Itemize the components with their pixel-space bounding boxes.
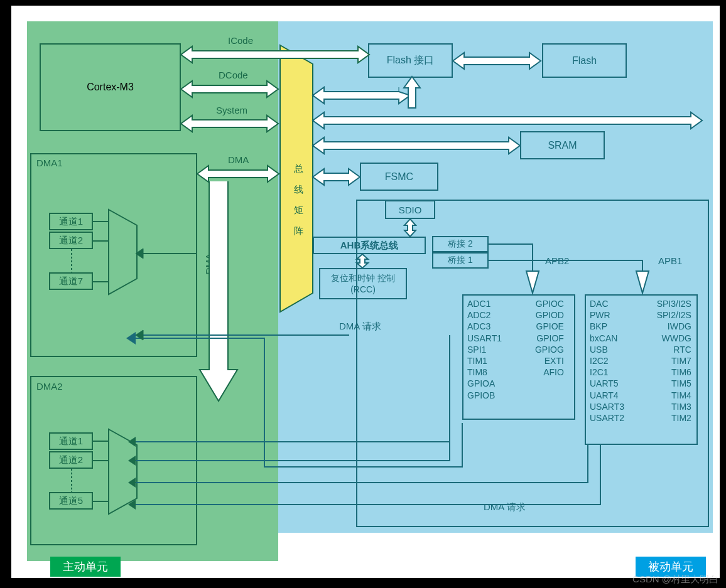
dma2-dots (71, 469, 72, 492)
peripheral-item: TIM2 (642, 412, 691, 424)
matrix-fsmc-arrow (313, 169, 360, 185)
peripheral-item: TIM6 (642, 366, 691, 378)
svg-marker-14 (636, 271, 649, 293)
diagram-canvas: 总 线 矩 阵 Cortex-M3 DMA1 通道1 通道2 通道7 DMA2 … (9, 4, 722, 580)
dma-request-wires (136, 254, 600, 530)
sram-block: SRAM (520, 131, 605, 159)
matrix-flashif-arrow (313, 87, 410, 104)
apb1-peripherals: DACPWRBKPbxCANUSBI2C2I2C1UART5UART4USART… (585, 294, 698, 445)
dma2-title: DMA2 (36, 381, 63, 392)
peripheral-item: TIM3 (642, 401, 691, 412)
cortex-label: Cortex-M3 (87, 82, 134, 93)
watermark: CSDN @村里大明白 (632, 574, 718, 585)
cortex-m3-block: Cortex-M3 (40, 43, 181, 131)
flash-block: Flash (542, 43, 627, 78)
dcode-label: DCode (219, 70, 248, 80)
dma-arrow (197, 166, 279, 182)
apb1-col-right: SPI3/I2SSPI2/I2SIWDGWWDGRTCTIM7TIM6TIM5T… (642, 298, 691, 424)
peripheral-item: TIM5 (642, 378, 691, 389)
peripheral-item: TIM7 (642, 355, 691, 366)
svg-marker-21 (136, 249, 143, 259)
flashif-flash-arrow (453, 53, 541, 69)
apb1-label: APB1 (658, 255, 682, 266)
active-unit-label: 主动单元 (50, 557, 121, 577)
matrix-right-arrow-1 (313, 112, 702, 129)
bus-matrix-label: 总 线 矩 阵 (293, 156, 305, 223)
peripheral-item: SPI3/I2S (642, 298, 691, 309)
peripheral-item: IWDG (642, 321, 691, 332)
fsmc-block: FSMC (360, 163, 438, 191)
dma1-title: DMA1 (36, 158, 63, 168)
svg-marker-23 (136, 330, 143, 340)
dma1-dots (71, 249, 72, 272)
dma1-ch7: 通道7 (49, 272, 93, 290)
dma1-ch2: 通道2 (49, 232, 93, 249)
system-label: System (216, 105, 247, 115)
system-arrow (181, 115, 278, 132)
dma-label: DMA (228, 154, 249, 165)
peripheral-item: RTC (642, 344, 691, 355)
matrix-sram-arrow (313, 137, 520, 154)
icode-label: ICode (228, 35, 253, 46)
peripheral-item: TIM4 (642, 390, 691, 401)
dcode-arrow (181, 81, 278, 97)
icode-arrow (181, 46, 369, 63)
dma2-ch1: 通道1 (49, 432, 93, 450)
dma2-ch2: 通道2 (49, 451, 93, 469)
flash-interface-block: Flash 接口 (368, 43, 453, 78)
dma2-ch5: 通道5 (49, 492, 93, 510)
peripheral-item: WWDG (642, 333, 691, 344)
dma1-out-arrows (136, 216, 198, 341)
dma1-ch1: 通道1 (49, 213, 93, 230)
peripheral-item: SPI2/I2S (642, 309, 691, 321)
